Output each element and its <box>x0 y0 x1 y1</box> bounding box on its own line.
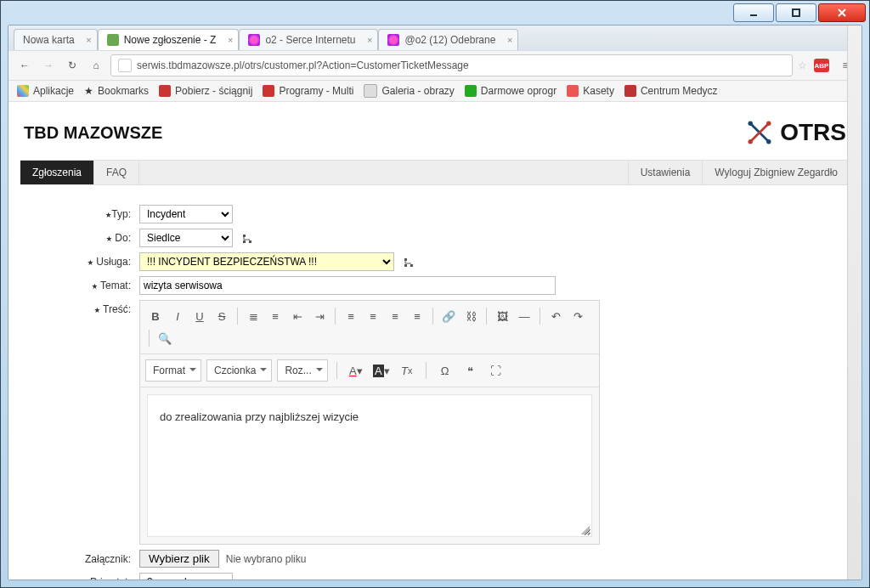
ul-button[interactable]: ≣ <box>243 306 263 326</box>
underline-button[interactable]: U <box>189 306 210 326</box>
nav-back-button[interactable]: ← <box>15 56 34 75</box>
undo-button[interactable]: ↶ <box>545 306 566 326</box>
editor-toolbar-1: B I U S ≣ ≡ ⇤ ⇥ ≡ <box>140 301 599 354</box>
close-icon[interactable]: × <box>86 35 91 45</box>
align-left-button[interactable]: ≡ <box>341 306 361 326</box>
align-justify-button[interactable]: ≡ <box>407 306 427 326</box>
browser-toolbar: ← → ↻ ⌂ serwis.tbdmazowsze.pl/otrs/custo… <box>8 50 862 81</box>
label-service: ★ Usługa: <box>20 252 139 268</box>
choose-file-button[interactable]: Wybierz plik <box>139 550 219 568</box>
priority-select[interactable]: 3 normalny <box>139 573 233 580</box>
redo-button[interactable]: ↷ <box>568 306 588 326</box>
browser-tabstrip: Nowa karta × Nowe zgłoszenie - Z × o2 - … <box>8 25 862 50</box>
svg-rect-7 <box>249 240 251 243</box>
link-button[interactable]: 🔗 <box>438 306 459 326</box>
nav-forward-button[interactable]: → <box>39 56 58 75</box>
rich-text-editor: B I U S ≣ ≡ ⇤ ⇥ ≡ <box>139 300 600 545</box>
svg-rect-1 <box>793 9 799 16</box>
italic-button[interactable]: I <box>167 306 188 326</box>
nav-tab-tickets[interactable]: Zgłoszenia <box>20 161 94 184</box>
ol-button[interactable]: ≡ <box>265 306 285 326</box>
label-priority: Priorytet: <box>20 573 139 580</box>
label-subject: ★ Temat: <box>20 276 139 291</box>
bookmark-item[interactable]: Pobierz - ściągnij <box>159 85 252 97</box>
browser-tab[interactable]: @o2 (12) Odebrane × <box>378 29 518 50</box>
to-tree-button[interactable] <box>239 230 256 247</box>
tab-title: Nowe zgłoszenie - Z <box>124 34 217 46</box>
window-titlebar <box>1 1 869 25</box>
size-dropdown[interactable]: Roz... <box>277 359 327 382</box>
window-close-button[interactable] <box>818 3 866 22</box>
bookmark-item[interactable]: ★Bookmarks <box>84 85 149 97</box>
close-icon[interactable]: × <box>367 35 372 45</box>
bookmark-item[interactable]: Programy - Multi <box>263 85 353 97</box>
special-char-button[interactable]: Ω <box>435 360 455 381</box>
align-right-button[interactable]: ≡ <box>385 306 405 326</box>
bookmarks-bar: Aplikacje ★Bookmarks Pobierz - ściągnij … <box>8 81 862 102</box>
page-viewport: TBD MAZOWSZE OTRS Zgłoszenia FAQ <box>8 102 862 580</box>
to-select[interactable]: Siedlce <box>139 229 233 247</box>
service-select[interactable]: !!! INCYDENT BEZPIECZEŃSTWA !!! <box>139 252 394 271</box>
bookmark-item[interactable]: Galeria - obrazy <box>364 84 454 98</box>
abp-icon[interactable]: ABP <box>814 59 829 72</box>
label-type: ★Typ: <box>20 205 139 220</box>
label-attachment: Załącznik: <box>20 550 139 565</box>
image-button[interactable]: 🖼 <box>492 306 512 326</box>
outdent-button[interactable]: ⇤ <box>287 306 308 326</box>
nav-logout-link[interactable]: Wyloguj Zbigniew Zegardło <box>702 161 850 184</box>
type-select[interactable]: Incydent <box>139 205 233 223</box>
remove-format-button[interactable]: Tx <box>397 360 417 381</box>
close-icon[interactable]: × <box>228 35 233 45</box>
text-color-button[interactable]: A▾ <box>346 360 366 381</box>
site-brand: TBD MAZOWSZE <box>24 123 162 143</box>
service-tree-button[interactable] <box>400 254 417 271</box>
nav-settings-link[interactable]: Ustawienia <box>628 161 703 184</box>
window-caption-placeholder <box>4 7 9 19</box>
font-dropdown[interactable]: Czcionka <box>206 359 272 382</box>
file-status-text: Nie wybrano pliku <box>226 553 307 565</box>
browser-window: Nowa karta × Nowe zgłoszenie - Z × o2 - … <box>8 25 862 580</box>
apps-button[interactable]: Aplikacje <box>17 85 74 97</box>
bookmark-item[interactable]: Kasety <box>567 85 614 97</box>
editor-body[interactable]: do zrealizowania przy najbliższej wizyci… <box>147 394 592 537</box>
svg-point-5 <box>749 139 753 144</box>
subject-input[interactable] <box>139 276 556 295</box>
format-dropdown[interactable]: Format <box>145 359 201 382</box>
otrs-logo-icon <box>744 117 775 148</box>
favicon-icon <box>107 34 119 46</box>
maximize-button[interactable]: ⛶ <box>486 360 506 381</box>
browser-tab[interactable]: o2 - Serce Internetu × <box>239 29 378 50</box>
bg-color-button[interactable]: A▾ <box>371 360 392 381</box>
browser-tab[interactable]: Nowe zgłoszenie - Z × <box>98 29 240 50</box>
bookmark-item[interactable]: Centrum Medycz <box>624 85 718 97</box>
window-frame: Nowa karta × Nowe zgłoszenie - Z × o2 - … <box>0 0 870 588</box>
tab-title: Nowa karta <box>23 34 75 46</box>
url-bar[interactable]: serwis.tbdmazowsze.pl/otrs/customer.pl?A… <box>110 54 793 76</box>
bookmark-item[interactable]: Darmowe oprogr <box>465 85 556 97</box>
browser-tab[interactable]: Nowa karta × <box>14 29 98 50</box>
quote-button[interactable]: ❝ <box>460 360 481 381</box>
window-maximize-button[interactable] <box>776 3 816 22</box>
scrollbar[interactable] <box>847 102 862 580</box>
nav-tab-faq[interactable]: FAQ <box>94 161 139 184</box>
close-icon[interactable]: × <box>507 35 512 45</box>
url-text: serwis.tbdmazowsze.pl/otrs/customer.pl?A… <box>137 59 469 71</box>
indent-button[interactable]: ⇥ <box>309 306 330 326</box>
nav-reload-button[interactable]: ↻ <box>63 56 82 75</box>
unlink-button[interactable]: ⛓ <box>460 306 481 326</box>
bookmark-star-icon[interactable]: ☆ <box>798 59 807 71</box>
tab-title: @o2 (12) Odebrane <box>404 34 495 46</box>
nav-home-button[interactable]: ⌂ <box>87 56 105 75</box>
svg-rect-8 <box>243 240 246 243</box>
strike-button[interactable]: S <box>212 306 232 326</box>
svg-point-4 <box>766 122 771 126</box>
bold-button[interactable]: B <box>145 306 166 326</box>
find-button[interactable]: 🔍 <box>155 328 175 348</box>
tab-title: o2 - Serce Internetu <box>265 34 355 46</box>
svg-rect-11 <box>404 264 407 267</box>
align-center-button[interactable]: ≡ <box>363 306 383 326</box>
svg-rect-0 <box>750 14 757 16</box>
label-to: ★ Do: <box>20 229 139 244</box>
hr-button[interactable]: — <box>514 306 534 326</box>
window-minimize-button[interactable] <box>733 3 774 22</box>
